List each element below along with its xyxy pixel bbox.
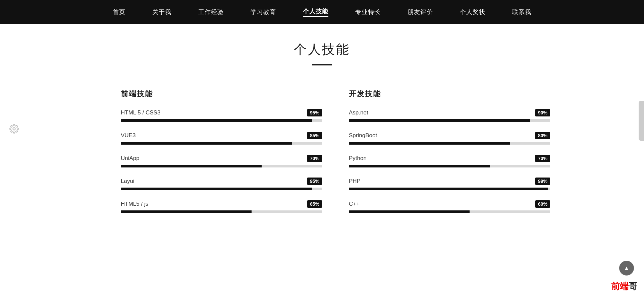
skills-container: 前端技能 HTML 5 / CSS395%VUE385%UniApp70%Lay… <box>54 72 590 237</box>
progress-bar-fill <box>349 119 530 122</box>
progress-bar-fill <box>121 165 262 167</box>
skill-header: PHP99% <box>349 178 550 185</box>
skill-name: Asp.net <box>349 109 368 116</box>
skill-header: C++60% <box>349 200 550 208</box>
skill-header: HTML 5 / CSS395% <box>121 109 322 116</box>
nav-item-学习教育[interactable]: 学习教育 <box>251 8 276 16</box>
progress-bar-bg <box>349 188 550 190</box>
right-sidebar <box>639 101 644 141</box>
skill-header: Python70% <box>349 155 550 162</box>
skill-name: Python <box>349 155 367 162</box>
backend-title: 开发技能 <box>349 89 550 99</box>
skill-name: UniApp <box>121 155 140 162</box>
skill-item: Asp.net90% <box>349 109 550 122</box>
skill-badge: 70% <box>307 155 322 162</box>
progress-bar-fill <box>121 210 252 213</box>
main-nav: 首页关于我工作经验学习教育个人技能专业特长朋友评价个人奖状联系我 <box>0 0 644 24</box>
backend-column: 开发技能 Asp.net90%SpringBoot80%Python70%PHP… <box>349 89 550 223</box>
skill-header: VUE385% <box>121 132 322 139</box>
page-title-section: 个人技能 <box>0 24 644 72</box>
watermark-black: 哥 <box>629 281 637 291</box>
skill-badge: 85% <box>307 132 322 139</box>
skill-name: HTML 5 / CSS3 <box>121 109 160 116</box>
backend-skills-list: Asp.net90%SpringBoot80%Python70%PHP99%C+… <box>349 109 550 213</box>
svg-point-0 <box>13 128 15 130</box>
skill-name: PHP <box>349 178 361 185</box>
skill-item: HTML5 / js65% <box>121 200 322 213</box>
skill-header: HTML5 / js65% <box>121 200 322 208</box>
skill-header: UniApp70% <box>121 155 322 162</box>
title-divider <box>312 64 332 65</box>
gear-icon <box>9 124 19 134</box>
progress-bar-bg <box>349 210 550 213</box>
progress-bar-bg <box>121 142 322 145</box>
skill-name: C++ <box>349 201 360 207</box>
progress-bar-fill <box>349 165 490 167</box>
nav-item-联系我[interactable]: 联系我 <box>512 8 531 16</box>
skill-header: Asp.net90% <box>349 109 550 116</box>
watermark: 前端哥 <box>611 281 637 292</box>
progress-bar-fill <box>349 210 470 213</box>
progress-bar-bg <box>349 165 550 167</box>
skill-badge: 95% <box>307 109 322 116</box>
skill-header: SpringBoot80% <box>349 132 550 139</box>
progress-bar-fill <box>121 119 312 122</box>
skill-name: SpringBoot <box>349 132 377 139</box>
skill-badge: 95% <box>307 178 322 185</box>
frontend-title: 前端技能 <box>121 89 322 99</box>
skill-item: VUE385% <box>121 132 322 145</box>
progress-bar-bg <box>349 119 550 122</box>
skill-badge: 65% <box>307 200 322 208</box>
progress-bar-fill <box>121 188 312 190</box>
skill-item: SpringBoot80% <box>349 132 550 145</box>
nav-item-工作经验[interactable]: 工作经验 <box>198 8 224 16</box>
skill-badge: 60% <box>535 200 550 208</box>
progress-bar-bg <box>121 210 322 213</box>
page-title: 个人技能 <box>0 41 644 58</box>
gear-icon-wrapper <box>9 124 19 135</box>
progress-bar-bg <box>121 119 322 122</box>
skill-name: Layui <box>121 178 135 185</box>
nav-item-专业特长[interactable]: 专业特长 <box>355 8 381 16</box>
nav-item-个人奖状[interactable]: 个人奖状 <box>460 8 485 16</box>
skill-header: Layui95% <box>121 178 322 185</box>
skill-item: Layui95% <box>121 178 322 190</box>
progress-bar-bg <box>121 165 322 167</box>
nav-item-个人技能[interactable]: 个人技能 <box>303 7 328 17</box>
scroll-top-button[interactable] <box>619 261 634 276</box>
progress-bar-bg <box>349 142 550 145</box>
watermark-red: 前端 <box>611 281 629 291</box>
skill-item: UniApp70% <box>121 155 322 167</box>
skill-name: VUE3 <box>121 132 136 139</box>
skill-item: C++60% <box>349 200 550 213</box>
skill-badge: 99% <box>535 178 550 185</box>
frontend-column: 前端技能 HTML 5 / CSS395%VUE385%UniApp70%Lay… <box>121 89 322 223</box>
progress-bar-fill <box>121 142 292 145</box>
skill-badge: 80% <box>535 132 550 139</box>
nav-item-关于我[interactable]: 关于我 <box>152 8 171 16</box>
skill-item: HTML 5 / CSS395% <box>121 109 322 122</box>
progress-bar-bg <box>121 188 322 190</box>
frontend-skills-list: HTML 5 / CSS395%VUE385%UniApp70%Layui95%… <box>121 109 322 213</box>
nav-item-首页[interactable]: 首页 <box>113 8 125 16</box>
skill-name: HTML5 / js <box>121 201 148 207</box>
skill-item: Python70% <box>349 155 550 167</box>
progress-bar-fill <box>349 188 548 190</box>
skill-badge: 90% <box>535 109 550 116</box>
skill-badge: 70% <box>535 155 550 162</box>
skill-item: PHP99% <box>349 178 550 190</box>
nav-item-朋友评价[interactable]: 朋友评价 <box>408 8 433 16</box>
progress-bar-fill <box>349 142 510 145</box>
